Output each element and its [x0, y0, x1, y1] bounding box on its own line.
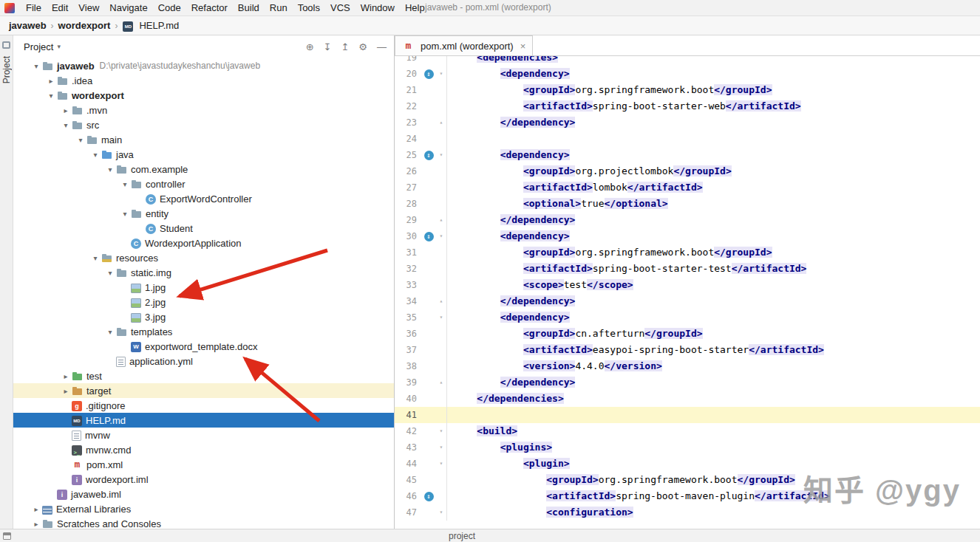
tree-item-test[interactable]: ▸test — [13, 368, 394, 383]
breadcrumb-item-wordexport[interactable]: wordexport — [58, 20, 111, 31]
tree-item-exportwordcontroller[interactable]: ExportWordController — [13, 191, 394, 206]
menu-vcs[interactable]: VCS — [325, 2, 355, 13]
fold-collapse-icon[interactable]: ▾ — [436, 439, 447, 456]
maven-dependency-gutter-icon[interactable]: ↕ — [421, 228, 436, 244]
menu-refactor[interactable]: Refactor — [186, 2, 233, 13]
chevron-down-icon[interactable]: ▾ — [105, 328, 115, 336]
tree-item-application-yml[interactable]: application.yml — [13, 354, 394, 368]
fold-collapse-icon[interactable]: ▾ — [436, 66, 447, 82]
tree-item-scratches-and-consoles[interactable]: ▸Scratches and Consoles — [13, 516, 394, 529]
tree-item-2-jpg[interactable]: 2.jpg — [13, 295, 394, 309]
editor-line-23[interactable]: 23▴ </dependency> — [395, 114, 980, 131]
editor-line-21[interactable]: 21 <groupId>org.springframework.boot</gr… — [395, 82, 980, 98]
locate-icon[interactable]: ⊕ — [306, 42, 314, 52]
fold-collapse-icon[interactable]: ▾ — [436, 423, 447, 439]
tree-item-mvnw-cmd[interactable]: mvnw.cmd — [13, 442, 394, 457]
editor-line-29[interactable]: 29▴ </dependency> — [395, 212, 980, 228]
chevron-right-icon[interactable]: ▸ — [31, 505, 41, 513]
settings-gear-icon[interactable]: ⚙ — [358, 42, 367, 52]
project-view-dropdown[interactable]: Project ▾ — [24, 41, 61, 52]
tree-item-src[interactable]: ▾src — [13, 117, 394, 132]
fold-end-icon[interactable]: ▴ — [436, 212, 447, 228]
editor-line-42[interactable]: 42▾ <build> — [395, 423, 980, 439]
breadcrumb-item-javaweb[interactable]: javaweb — [9, 20, 47, 31]
tree-item-wordexport-iml[interactable]: wordexport.iml — [13, 472, 394, 487]
editor-line-39[interactable]: 39▴ </dependency> — [395, 374, 980, 391]
chevron-down-icon[interactable]: ▾ — [61, 121, 71, 129]
editor-line-38[interactable]: 38 <version>4.4.0</version> — [395, 358, 980, 374]
fold-collapse-icon[interactable]: ▾ — [436, 228, 447, 244]
tree-item-pom-xml[interactable]: pom.xml — [13, 457, 394, 472]
editor-line-31[interactable]: 31 <groupId>org.springframework.boot</gr… — [395, 244, 980, 261]
tree-item-com-example[interactable]: ▾com.example — [13, 162, 394, 176]
maven-dependency-gutter-icon[interactable]: ↕ — [421, 488, 436, 504]
editor-line-30[interactable]: 30↕▾ <dependency> — [395, 228, 980, 244]
tree-item-templates[interactable]: ▾templates — [13, 324, 394, 339]
tab-pom-xml[interactable]: pom.xml (wordexport) × — [395, 35, 533, 55]
project-tool-window-icon[interactable] — [2, 41, 10, 49]
close-tab-icon[interactable]: × — [520, 41, 526, 52]
chevron-down-icon[interactable]: ▾ — [105, 165, 115, 174]
tree-item-student[interactable]: Student — [13, 221, 394, 236]
editor-line-27[interactable]: 27 <artifactId>lombok</artifactId> — [395, 179, 980, 196]
menu-build[interactable]: Build — [233, 2, 265, 13]
fold-collapse-icon[interactable]: ▾ — [436, 456, 447, 472]
chevron-down-icon[interactable]: ▾ — [120, 210, 130, 218]
chevron-down-icon[interactable]: ▾ — [105, 269, 115, 277]
tool-stripe-project-label[interactable]: Project — [1, 56, 12, 83]
tree-item-java[interactable]: ▾java — [13, 147, 394, 162]
editor-line-37[interactable]: 37 <artifactId>easypoi-spring-boot-start… — [395, 342, 980, 358]
fold-collapse-icon[interactable]: ▾ — [436, 309, 447, 326]
tree-item-idea[interactable]: ▸.idea — [13, 73, 394, 88]
chevron-down-icon[interactable]: ▾ — [90, 254, 101, 262]
chevron-down-icon[interactable]: ▾ — [75, 136, 86, 144]
editor-line-26[interactable]: 26 <groupId>org.projectlombok</groupId> — [395, 163, 980, 179]
tree-item-exportword-template-docx[interactable]: exportword_template.docx — [13, 339, 394, 354]
tree-item-gitignore[interactable]: .gitignore — [13, 398, 394, 413]
fold-end-icon[interactable]: ▴ — [436, 114, 447, 131]
hide-panel-icon[interactable]: — — [377, 42, 387, 52]
menu-window[interactable]: Window — [355, 2, 400, 13]
tree-item-help-md[interactable]: HELP.md — [13, 413, 394, 428]
chevron-right-icon[interactable]: ▸ — [46, 77, 56, 85]
editor-line-34[interactable]: 34▴ </dependency> — [395, 293, 980, 309]
editor-line-28[interactable]: 28 <optional>true</optional> — [395, 196, 980, 212]
tree-item-controller[interactable]: ▾controller — [13, 176, 394, 191]
menu-tools[interactable]: Tools — [293, 2, 325, 13]
chevron-right-icon[interactable]: ▸ — [61, 387, 71, 395]
editor-line-24[interactable]: 24 — [395, 131, 980, 147]
editor-line-41[interactable]: 41 — [395, 407, 980, 423]
fold-collapse-icon[interactable]: ▾ — [436, 147, 447, 163]
expand-all-icon[interactable]: ↧ — [324, 42, 332, 52]
editor-line-25[interactable]: 25↕▾ <dependency> — [395, 147, 980, 163]
breadcrumb-item-help-md[interactable]: HELP.md — [139, 20, 179, 31]
tree-item-javaweb[interactable]: ▾javawebD:\private\javastudaykeshanchu\j… — [13, 58, 394, 73]
chevron-down-icon[interactable]: ▾ — [120, 180, 130, 188]
chevron-down-icon[interactable]: ▾ — [46, 92, 56, 100]
tree-item-wordexportapplication[interactable]: WordexportApplication — [13, 236, 394, 250]
tree-item-mvnw[interactable]: mvnw — [13, 428, 394, 442]
tree-item-main[interactable]: ▾main — [13, 132, 394, 147]
editor-line-20[interactable]: 20↕▾ <dependency> — [395, 66, 980, 82]
editor-line-22[interactable]: 22 <artifactId>spring-boot-starter-web</… — [395, 98, 980, 114]
menu-navigate[interactable]: Navigate — [104, 2, 152, 13]
editor-line-40[interactable]: 40 </dependencies> — [395, 391, 980, 407]
editor-line-43[interactable]: 43▾ <plugins> — [395, 439, 980, 456]
fold-end-icon[interactable]: ▴ — [436, 374, 447, 391]
editor-line-35[interactable]: 35▾ <dependency> — [395, 309, 980, 326]
tree-item-javaweb-iml[interactable]: javaweb.iml — [13, 487, 394, 501]
editor-body[interactable]: 19 <dependencies>20↕▾ <dependency>21 <gr… — [395, 56, 980, 529]
editor-line-32[interactable]: 32 <artifactId>spring-boot-starter-test<… — [395, 261, 980, 277]
tree-item-external-libraries[interactable]: ▸External Libraries — [13, 501, 394, 516]
tree-item-entity[interactable]: ▾entity — [13, 206, 394, 221]
maven-dependency-gutter-icon[interactable]: ↕ — [421, 66, 436, 82]
menu-edit[interactable]: Edit — [47, 2, 73, 13]
tree-item-3-jpg[interactable]: 3.jpg — [13, 309, 394, 324]
chevron-down-icon[interactable]: ▾ — [31, 62, 41, 70]
tree-item-wordexport[interactable]: ▾wordexport — [13, 88, 394, 103]
collapse-all-icon[interactable]: ↥ — [341, 42, 349, 52]
chevron-right-icon[interactable]: ▸ — [61, 106, 71, 114]
tree-item-1-jpg[interactable]: 1.jpg — [13, 280, 394, 295]
tool-window-switcher-icon[interactable] — [3, 532, 11, 540]
chevron-right-icon[interactable]: ▸ — [31, 520, 41, 528]
